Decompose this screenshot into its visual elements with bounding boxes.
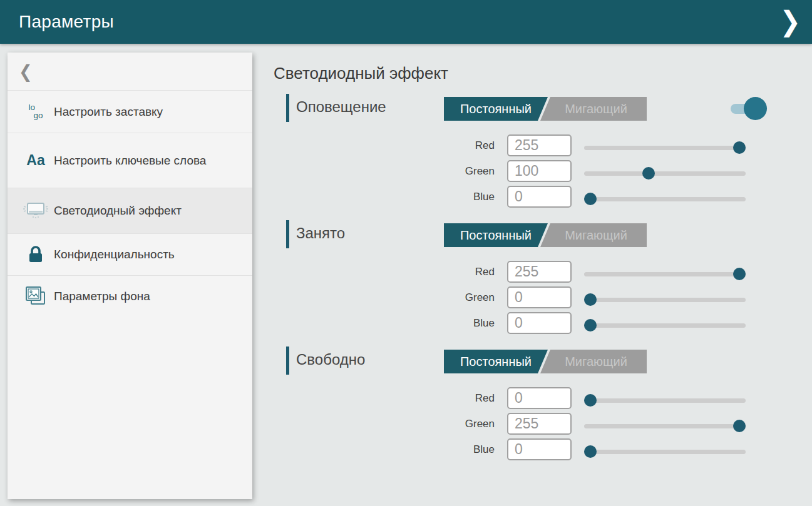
- settings-sidebar: ❮ logo Настроить заставку Aa Настроить к…: [8, 53, 252, 499]
- green-slider[interactable]: [584, 420, 746, 432]
- led-monitor-icon: [21, 201, 50, 220]
- content-title: Светодиодный эффект: [274, 64, 448, 83]
- sidebar-item-privacy[interactable]: Конфиденциальность: [8, 233, 252, 275]
- sidebar-item-label: Параметры фона: [54, 288, 150, 305]
- slider-track: [584, 272, 746, 276]
- green-slider[interactable]: [584, 293, 746, 306]
- green-label: Green: [419, 418, 495, 430]
- slider-thumb[interactable]: [733, 420, 746, 432]
- section-accent-bar: [286, 94, 289, 122]
- green-slider[interactable]: [584, 167, 746, 180]
- rgb-row-red: Red: [286, 133, 774, 158]
- slider-thumb[interactable]: [584, 193, 597, 205]
- slider-track: [584, 298, 746, 302]
- red-label: Red: [419, 139, 495, 152]
- red-value-input[interactable]: [507, 261, 572, 283]
- slider-thumb[interactable]: [584, 293, 597, 306]
- section-free: Свободно Постоянный Мигающий Red Green: [286, 347, 774, 472]
- green-value-input[interactable]: [507, 160, 572, 182]
- sidebar-item-label: Конфиденциальность: [54, 246, 175, 263]
- rgb-row-blue: Blue: [286, 184, 774, 210]
- mode-option-constant[interactable]: Постоянный: [444, 223, 548, 247]
- blue-value-input[interactable]: [507, 186, 572, 208]
- mode-segmented-control: Постоянный Мигающий: [444, 223, 642, 247]
- section-accent-bar: [286, 347, 289, 375]
- mode-segmented-control: Постоянный Мигающий: [444, 97, 642, 121]
- slider-thumb[interactable]: [584, 394, 597, 407]
- section-title: Оповещение: [296, 98, 386, 116]
- blue-slider[interactable]: [584, 319, 746, 331]
- red-slider[interactable]: [584, 268, 746, 280]
- rgb-row-red: Red: [286, 385, 774, 411]
- mode-option-constant[interactable]: Постоянный: [444, 97, 548, 121]
- section-accent-bar: [286, 220, 289, 248]
- notification-toggle-switch[interactable]: [731, 97, 767, 120]
- background-images-icon: [21, 286, 50, 307]
- keywords-icon: Aa: [21, 151, 50, 170]
- sidebar-item-label: Настроить заставку: [54, 104, 163, 120]
- slider-thumb[interactable]: [584, 445, 597, 458]
- sidebar-item-label: Настроить ключевые слова: [54, 153, 206, 169]
- rgb-row-blue: Blue: [286, 310, 774, 336]
- red-label: Red: [419, 266, 495, 278]
- logo-icon: logo: [21, 104, 50, 120]
- blue-slider[interactable]: [584, 445, 746, 458]
- red-slider[interactable]: [584, 141, 746, 154]
- slider-track: [584, 323, 746, 328]
- green-label: Green: [419, 165, 495, 178]
- page-title: Параметры: [19, 12, 114, 32]
- red-value-input[interactable]: [507, 387, 572, 409]
- slider-track: [584, 398, 746, 403]
- mode-option-blinking[interactable]: Мигающий: [540, 350, 647, 373]
- red-slider[interactable]: [584, 394, 746, 407]
- blue-label: Blue: [419, 191, 495, 203]
- rgb-row-red: Red: [286, 259, 774, 285]
- app-header: Параметры ❯: [0, 0, 812, 44]
- section-title: Занято: [296, 225, 345, 242]
- slider-track: [584, 171, 746, 176]
- sidebar-item-screensaver[interactable]: logo Настроить заставку: [8, 90, 252, 133]
- slider-track: [584, 197, 746, 201]
- red-label: Red: [419, 392, 495, 405]
- section-notification: Оповещение Постоянный Мигающий Red Green: [286, 94, 774, 219]
- green-label: Green: [419, 291, 495, 304]
- chevron-left-icon: ❮: [19, 61, 33, 82]
- rgb-rows: Red Green Blue: [286, 385, 774, 462]
- red-value-input[interactable]: [507, 134, 572, 156]
- sidebar-item-background[interactable]: Параметры фона: [8, 275, 252, 317]
- section-busy: Занято Постоянный Мигающий Red Green: [286, 220, 774, 345]
- sidebar-item-led-effect[interactable]: Светодиодный эффект: [8, 188, 252, 233]
- blue-value-input[interactable]: [507, 438, 572, 460]
- section-title: Свободно: [296, 351, 365, 368]
- blue-label: Blue: [419, 317, 495, 330]
- sidebar-item-label: Светодиодный эффект: [54, 203, 182, 219]
- rgb-rows: Red Green Blue: [286, 259, 774, 336]
- rgb-row-green: Green: [286, 411, 774, 437]
- mode-segmented-control: Постоянный Мигающий: [444, 350, 642, 373]
- sidebar-item-keywords[interactable]: Aa Настроить ключевые слова: [8, 133, 252, 188]
- green-value-input[interactable]: [507, 286, 572, 308]
- slider-thumb[interactable]: [733, 268, 746, 280]
- lock-icon: [21, 245, 50, 264]
- slider-track: [584, 146, 746, 150]
- slider-thumb[interactable]: [642, 167, 655, 180]
- blue-slider[interactable]: [584, 193, 746, 205]
- blue-label: Blue: [419, 443, 495, 456]
- green-value-input[interactable]: [507, 413, 572, 435]
- rgb-row-green: Green: [286, 158, 774, 184]
- rgb-row-blue: Blue: [286, 437, 774, 462]
- slider-thumb[interactable]: [584, 319, 597, 331]
- sidebar-collapse-button[interactable]: ❮: [8, 53, 252, 90]
- mode-option-constant[interactable]: Постоянный: [444, 350, 548, 373]
- chevron-right-icon[interactable]: ❯: [779, 7, 801, 34]
- slider-thumb[interactable]: [733, 141, 746, 154]
- mode-option-blinking[interactable]: Мигающий: [540, 223, 647, 247]
- rgb-row-green: Green: [286, 285, 774, 310]
- slider-track: [584, 424, 746, 428]
- blue-value-input[interactable]: [507, 312, 572, 334]
- rgb-rows: Red Green Blue: [286, 133, 774, 210]
- toggle-thumb: [744, 97, 767, 120]
- mode-option-blinking[interactable]: Мигающий: [540, 97, 647, 121]
- slider-track: [584, 450, 746, 454]
